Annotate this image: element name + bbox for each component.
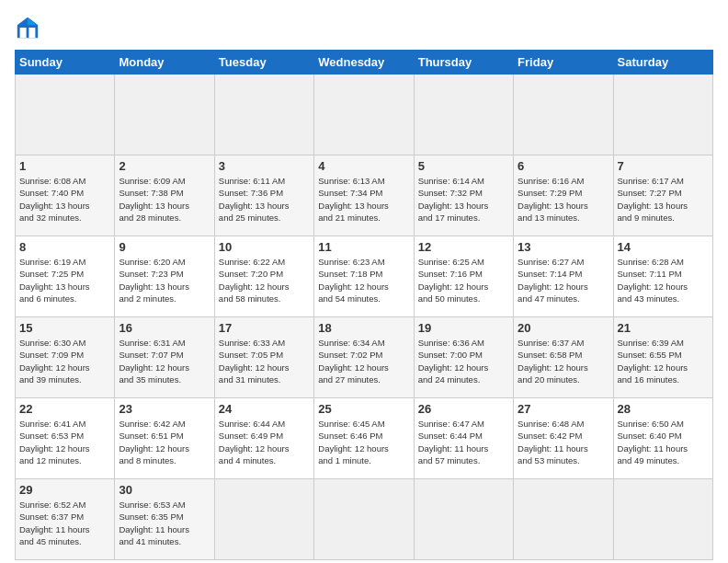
calendar-cell: 24Sunrise: 6:44 AM Sunset: 6:49 PM Dayli… [214,398,313,479]
calendar-cell: 17Sunrise: 6:33 AM Sunset: 7:05 PM Dayli… [214,317,313,398]
day-info: Sunrise: 6:44 AM Sunset: 6:49 PM Dayligh… [219,418,310,466]
day-number: 8 [19,240,110,254]
calendar-table: SundayMondayTuesdayWednesdayThursdayFrid… [15,50,713,560]
day-info: Sunrise: 6:34 AM Sunset: 7:02 PM Dayligh… [318,337,409,385]
calendar-cell: 25Sunrise: 6:45 AM Sunset: 6:46 PM Dayli… [314,398,414,479]
calendar-cell: 28Sunrise: 6:50 AM Sunset: 6:40 PM Dayli… [613,398,712,479]
day-number: 29 [19,483,110,497]
day-info: Sunrise: 6:52 AM Sunset: 6:37 PM Dayligh… [19,499,110,547]
day-info: Sunrise: 6:16 AM Sunset: 7:29 PM Dayligh… [518,175,609,224]
calendar-cell: 2Sunrise: 6:09 AM Sunset: 7:38 PM Daylig… [115,155,214,236]
day-info: Sunrise: 6:53 AM Sunset: 6:35 PM Dayligh… [119,499,210,547]
calendar-cell [214,479,313,560]
calendar-cell: 4Sunrise: 6:13 AM Sunset: 7:34 PM Daylig… [314,155,414,236]
calendar-cell: 11Sunrise: 6:23 AM Sunset: 7:18 PM Dayli… [314,236,414,317]
calendar-cell: 30Sunrise: 6:53 AM Sunset: 6:35 PM Dayli… [115,479,214,560]
calendar-cell: 23Sunrise: 6:42 AM Sunset: 6:51 PM Dayli… [115,398,214,479]
calendar-cell: 12Sunrise: 6:25 AM Sunset: 7:16 PM Dayli… [414,236,513,317]
calendar-cell: 22Sunrise: 6:41 AM Sunset: 6:53 PM Dayli… [16,398,115,479]
day-header-saturday: Saturday [613,51,712,75]
day-info: Sunrise: 6:27 AM Sunset: 7:14 PM Dayligh… [518,256,609,304]
day-info: Sunrise: 6:39 AM Sunset: 6:55 PM Dayligh… [618,337,709,385]
calendar-cell: 19Sunrise: 6:36 AM Sunset: 7:00 PM Dayli… [414,317,513,398]
header-row: SundayMondayTuesdayWednesdayThursdayFrid… [16,51,713,75]
calendar-week-0 [16,75,713,155]
svg-rect-3 [28,28,35,38]
day-number: 24 [219,402,310,416]
calendar-cell: 14Sunrise: 6:28 AM Sunset: 7:11 PM Dayli… [613,236,712,317]
day-number: 21 [618,321,709,335]
day-number: 28 [618,402,709,416]
day-number: 5 [418,159,509,173]
calendar-cell: 18Sunrise: 6:34 AM Sunset: 7:02 PM Dayli… [314,317,414,398]
svg-rect-2 [20,28,27,38]
day-info: Sunrise: 6:33 AM Sunset: 7:05 PM Dayligh… [219,337,310,385]
day-info: Sunrise: 6:17 AM Sunset: 7:27 PM Dayligh… [618,175,709,224]
header [15,15,713,40]
calendar-cell [314,479,414,560]
day-info: Sunrise: 6:14 AM Sunset: 7:32 PM Dayligh… [418,175,509,224]
calendar-cell: 26Sunrise: 6:47 AM Sunset: 6:44 PM Dayli… [414,398,513,479]
calendar-cell [414,479,513,560]
day-header-thursday: Thursday [414,51,513,75]
day-info: Sunrise: 6:19 AM Sunset: 7:25 PM Dayligh… [19,256,110,304]
calendar-cell: 20Sunrise: 6:37 AM Sunset: 6:58 PM Dayli… [514,317,613,398]
calendar-cell: 13Sunrise: 6:27 AM Sunset: 7:14 PM Dayli… [514,236,613,317]
logo [15,15,44,40]
day-number: 17 [219,321,310,335]
day-number: 18 [318,321,409,335]
day-info: Sunrise: 6:13 AM Sunset: 7:34 PM Dayligh… [318,175,409,224]
day-number: 13 [518,240,609,254]
day-number: 20 [518,321,609,335]
calendar-cell [414,75,513,155]
calendar-cell [613,75,712,155]
calendar-cell: 16Sunrise: 6:31 AM Sunset: 7:07 PM Dayli… [115,317,214,398]
day-number: 23 [119,402,210,416]
day-number: 25 [318,402,409,416]
day-number: 7 [618,159,709,173]
calendar-cell: 10Sunrise: 6:22 AM Sunset: 7:20 PM Dayli… [214,236,313,317]
calendar-cell [214,75,313,155]
day-number: 4 [318,159,409,173]
day-info: Sunrise: 6:11 AM Sunset: 7:36 PM Dayligh… [219,175,310,224]
day-info: Sunrise: 6:09 AM Sunset: 7:38 PM Dayligh… [119,175,210,224]
day-info: Sunrise: 6:31 AM Sunset: 7:07 PM Dayligh… [119,337,210,385]
day-info: Sunrise: 6:23 AM Sunset: 7:18 PM Dayligh… [318,256,409,304]
day-number: 26 [418,402,509,416]
day-info: Sunrise: 6:48 AM Sunset: 6:42 PM Dayligh… [518,418,609,466]
calendar-week-1: 1Sunrise: 6:08 AM Sunset: 7:40 PM Daylig… [16,155,713,236]
day-header-sunday: Sunday [16,51,115,75]
calendar-week-3: 15Sunrise: 6:30 AM Sunset: 7:09 PM Dayli… [16,317,713,398]
calendar-cell: 15Sunrise: 6:30 AM Sunset: 7:09 PM Dayli… [16,317,115,398]
day-header-wednesday: Wednesday [314,51,414,75]
day-info: Sunrise: 6:28 AM Sunset: 7:11 PM Dayligh… [618,256,709,304]
day-info: Sunrise: 6:42 AM Sunset: 6:51 PM Dayligh… [119,418,210,466]
calendar-body: 1Sunrise: 6:08 AM Sunset: 7:40 PM Daylig… [16,75,713,560]
svg-marker-1 [28,17,38,25]
calendar-cell [314,75,414,155]
calendar-header: SundayMondayTuesdayWednesdayThursdayFrid… [16,51,713,75]
day-header-tuesday: Tuesday [214,51,313,75]
calendar-cell [613,479,712,560]
calendar-week-4: 22Sunrise: 6:41 AM Sunset: 6:53 PM Dayli… [16,398,713,479]
day-number: 14 [618,240,709,254]
calendar-cell: 6Sunrise: 6:16 AM Sunset: 7:29 PM Daylig… [514,155,613,236]
day-info: Sunrise: 6:45 AM Sunset: 6:46 PM Dayligh… [318,418,409,466]
day-info: Sunrise: 6:08 AM Sunset: 7:40 PM Dayligh… [19,175,110,224]
day-number: 3 [219,159,310,173]
day-info: Sunrise: 6:36 AM Sunset: 7:00 PM Dayligh… [418,337,509,385]
calendar-cell: 9Sunrise: 6:20 AM Sunset: 7:23 PM Daylig… [115,236,214,317]
calendar-week-2: 8Sunrise: 6:19 AM Sunset: 7:25 PM Daylig… [16,236,713,317]
calendar-week-5: 29Sunrise: 6:52 AM Sunset: 6:37 PM Dayli… [16,479,713,560]
day-number: 1 [19,159,110,173]
day-number: 9 [119,240,210,254]
day-number: 11 [318,240,409,254]
calendar-cell [115,75,214,155]
logo-icon [15,15,40,40]
day-header-friday: Friday [514,51,613,75]
calendar-cell: 7Sunrise: 6:17 AM Sunset: 7:27 PM Daylig… [613,155,712,236]
day-info: Sunrise: 6:22 AM Sunset: 7:20 PM Dayligh… [219,256,310,304]
day-number: 27 [518,402,609,416]
calendar-cell [16,75,115,155]
day-info: Sunrise: 6:20 AM Sunset: 7:23 PM Dayligh… [119,256,210,304]
